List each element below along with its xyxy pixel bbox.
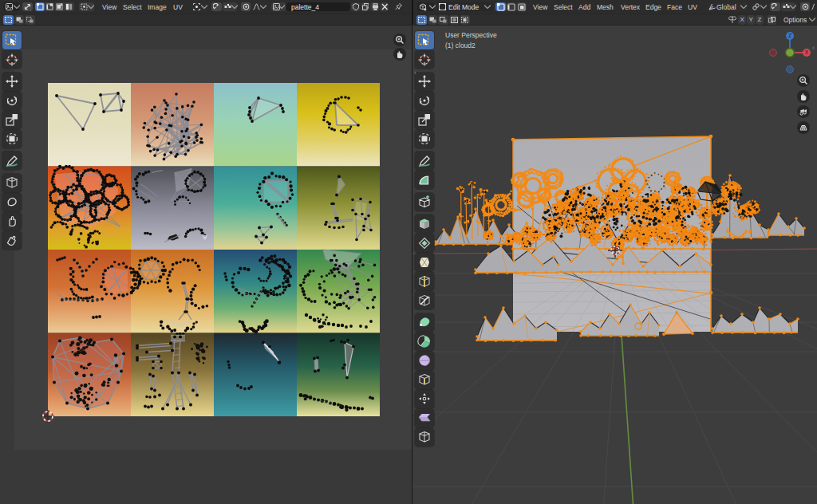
- svg-text:Z: Z: [788, 33, 791, 38]
- svg-text:X: X: [805, 49, 809, 55]
